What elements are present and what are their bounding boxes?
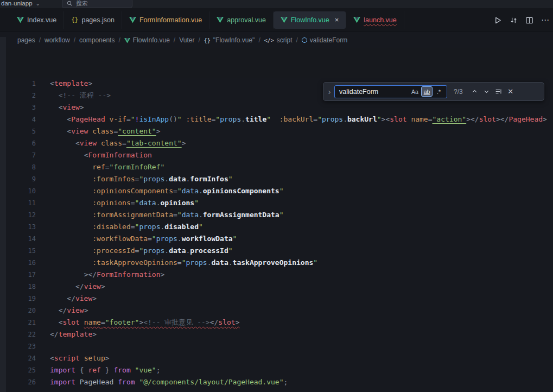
code-line-content[interactable]: <slot name="footer"><!-- 审批意见 --></slot>: [36, 317, 239, 328]
code-token: [97, 139, 101, 147]
tab-flowinfo-vue[interactable]: FlowInfo.vue ×: [274, 11, 346, 29]
code-line-content[interactable]: </template>: [36, 328, 97, 340]
code-token: ": [228, 175, 233, 183]
code-line[interactable]: 24<script setup>: [0, 352, 553, 364]
breadcrumb-item-workflow[interactable]: workflow: [45, 36, 70, 44]
tab-forminformation-vue[interactable]: FormInformation.vue: [122, 11, 209, 29]
find-query-text[interactable]: validateForm: [339, 88, 409, 96]
code-line-content[interactable]: ></FormInformation>: [36, 269, 164, 281]
code-token: disabled: [164, 223, 199, 231]
breadcrumb-item-validateform[interactable]: validateForm: [302, 36, 347, 44]
project-menu[interactable]: dan-uniapp ⌄: [0, 0, 40, 7]
close-icon[interactable]: ✕: [505, 86, 516, 97]
code-line-content[interactable]: <view class="tab-content">: [36, 137, 186, 149]
previous-match-icon[interactable]: [469, 86, 480, 97]
code-line[interactable]: 4 <PageHead v-if="!isInApp()" :title="pr…: [0, 113, 553, 125]
code-line-content[interactable]: <PageHead v-if="!isInApp()" :title="prop…: [36, 113, 547, 125]
code-line-content[interactable]: :opinionsComponents="data.opinionsCompon…: [36, 185, 284, 197]
code-line[interactable]: 3 <view>: [0, 102, 553, 113]
code-line-content[interactable]: :taskApproveOpinions="props.data.taskApp…: [36, 257, 317, 269]
tab-approval-vue[interactable]: approval.vue: [209, 11, 274, 29]
regex-icon[interactable]: .*: [433, 86, 444, 97]
code-token: import: [50, 378, 75, 386]
code-line[interactable]: 17 ></FormInformation>: [0, 269, 553, 281]
code-line[interactable]: 22</template>: [0, 328, 553, 340]
code-line-content[interactable]: :formInfos="props.data.formInfos": [36, 173, 233, 185]
code-line-content[interactable]: :workflowData="props.workflowData": [36, 233, 237, 245]
code-line[interactable]: 7 <FormInformation: [0, 149, 553, 161]
code-line[interactable]: 25import { ref } from "vue";: [0, 364, 553, 376]
code-line-content[interactable]: <view>: [36, 102, 84, 113]
code-line[interactable]: 9 :formInfos="props.data.formInfos": [0, 173, 553, 185]
code-token: "content": [118, 127, 156, 135]
editor-pane[interactable]: › validateForm Aa ab .* ?/3 ✕ 1<template…: [0, 78, 553, 392]
code-line-content[interactable]: [36, 340, 50, 352]
tab-label: FormInformation.vue: [139, 16, 202, 24]
breadcrumb-item-flowinfo-vue[interactable]: FlowInfo.vue: [124, 36, 170, 44]
whole-word-icon[interactable]: ab: [421, 86, 433, 97]
code-line-content[interactable]: import PageHead from "@/components/layou…: [36, 376, 288, 388]
code-line[interactable]: 5 <view class="content">: [0, 125, 553, 137]
tab-pages-json[interactable]: {} pages.json: [64, 11, 122, 29]
breadcrumb-item-components[interactable]: components: [79, 36, 115, 44]
code-line[interactable]: 21 <slot name="footer"><!-- 审批意见 --></sl…: [0, 317, 553, 328]
split-editor-icon[interactable]: [525, 16, 533, 24]
breadcrumb-item-pages[interactable]: pages: [17, 36, 35, 44]
code-line-content[interactable]: <!-- 流程 -->: [36, 90, 111, 102]
next-match-icon[interactable]: [481, 86, 492, 97]
code-token: =: [428, 115, 433, 123]
code-line[interactable]: 20 </view>: [0, 305, 553, 317]
code-line[interactable]: 16 :taskApproveOpinions="props.data.task…: [0, 257, 553, 269]
code-line[interactable]: 19 </view>: [0, 293, 553, 305]
run-icon[interactable]: [494, 16, 502, 24]
code-line-content[interactable]: :processId="props.data.processId": [36, 245, 233, 257]
code-line[interactable]: 6 <view class="tab-content">: [0, 137, 553, 149]
code-line-content[interactable]: :formAssignmentData="data.formAssignment…: [36, 209, 284, 221]
code-line-content[interactable]: ref="formInfoRef": [36, 161, 164, 173]
titlebar-search[interactable]: 搜索: [62, 0, 132, 8]
code-line-content[interactable]: </view>: [36, 281, 105, 293]
code-line[interactable]: 8 ref="formInfoRef": [0, 161, 553, 173]
tab-index-vue[interactable]: Index.vue: [10, 11, 64, 29]
code-line-content[interactable]: import { ref } from "vue";: [36, 364, 161, 376]
more-actions-icon[interactable]: ⋯: [541, 15, 550, 25]
code-token: .: [199, 187, 203, 195]
code-token: [131, 366, 135, 374]
code-line-content[interactable]: :disabled="props.disabled": [36, 221, 203, 233]
code-token: [80, 318, 84, 326]
code-line-content[interactable]: <template>: [36, 78, 92, 90]
symbol-method-icon: [302, 37, 307, 43]
code-token: "footer": [105, 318, 139, 326]
find-input[interactable]: validateForm Aa ab .*: [334, 85, 447, 98]
compare-changes-icon[interactable]: [510, 16, 518, 24]
match-case-icon[interactable]: Aa: [409, 86, 421, 97]
code-token: "tab-content": [126, 139, 182, 147]
code-line-content[interactable]: </view>: [36, 305, 88, 317]
breadcrumb-item-flowinfo-module[interactable]: {} "FlowInfo.vue": [204, 36, 255, 44]
code-line[interactable]: 26import PageHead from "@/components/lay…: [0, 376, 553, 388]
tab-launch-vue[interactable]: launch.vue: [346, 11, 404, 29]
toggle-replace-icon[interactable]: ›: [326, 87, 333, 96]
breadcrumb-item-script[interactable]: </> script: [264, 36, 293, 44]
close-icon[interactable]: ×: [335, 16, 339, 24]
code-line[interactable]: 13 :disabled="props.disabled": [0, 221, 553, 233]
find-in-selection-icon[interactable]: [493, 86, 504, 97]
code-token: <: [50, 354, 54, 362]
code-line[interactable]: 11 :opinions="data.opinions": [0, 197, 553, 209]
code-line[interactable]: 10 :opinionsComponents="data.opinionsCom…: [0, 185, 553, 197]
code-line[interactable]: 23: [0, 340, 553, 352]
code-line-content[interactable]: </view>: [36, 293, 97, 305]
code-line-content[interactable]: <view class="content">: [36, 125, 161, 137]
code-line[interactable]: 14 :workflowData="props.workflowData": [0, 233, 553, 245]
code-line[interactable]: 18 </view>: [0, 281, 553, 293]
breadcrumb-item-vuter[interactable]: Vuter: [179, 36, 194, 44]
code-line-content[interactable]: <FormInformation: [36, 149, 152, 161]
code-line[interactable]: 15 :processId="props.data.processId": [0, 245, 553, 257]
code-token: :backUrl: [279, 115, 314, 123]
code-token: =: [131, 223, 135, 231]
code-token: =: [122, 139, 126, 147]
code-token: =: [173, 211, 177, 219]
code-line[interactable]: 12 :formAssignmentData="data.formAssignm…: [0, 209, 553, 221]
code-line-content[interactable]: :opinions="data.opinions": [36, 197, 199, 209]
code-line-content[interactable]: <script setup>: [36, 352, 110, 364]
